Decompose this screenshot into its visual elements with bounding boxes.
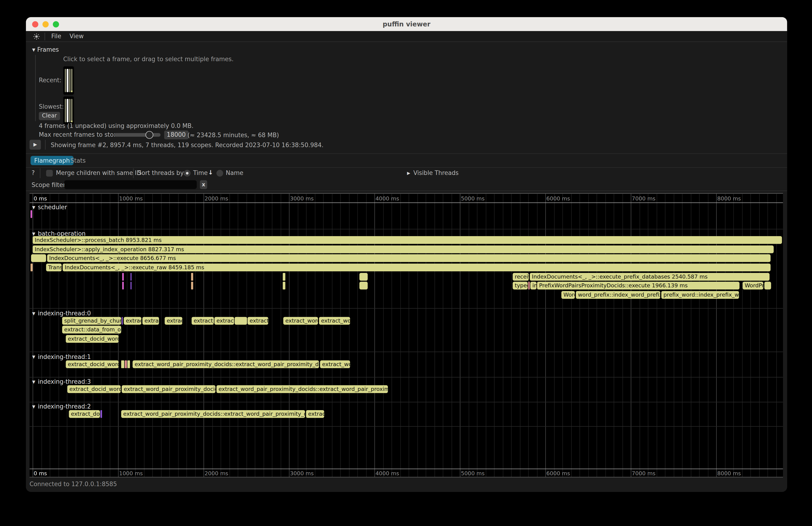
minimize-window-icon[interactable] — [42, 21, 49, 27]
scope-bar[interactable] — [359, 282, 368, 290]
scope-bar[interactable]: extract_word_pair_proximity_docids::extr… — [121, 410, 305, 418]
scope-bar[interactable] — [31, 263, 33, 271]
scope-bar[interactable]: word_prefix::index_word_prefix_ — [576, 291, 660, 299]
scope-bar[interactable]: extract_ — [192, 317, 214, 325]
flamegraph-canvas[interactable]: 0 ms0 ms1000 ms1000 ms2000 ms2000 ms3000… — [29, 193, 783, 478]
scope-bar[interactable]: extract_word_pair_proximity_docids::extr… — [133, 360, 319, 368]
scope-bar[interactable] — [234, 317, 247, 325]
scope-bar[interactable]: extrac — [165, 317, 183, 325]
scope-bar[interactable] — [764, 282, 771, 290]
sun-icon — [33, 33, 40, 40]
scope-bar[interactable]: extract — [124, 317, 141, 325]
scope-bar[interactable]: WordPr — [743, 282, 763, 290]
tab-stats[interactable]: Stats — [70, 157, 86, 164]
scope-bar[interactable]: extrac — [306, 410, 324, 418]
visible-threads-header[interactable]: ▶Visible Threads — [407, 170, 459, 177]
scope-bar[interactable]: extract::data_from_ob — [62, 326, 121, 334]
scope-bar[interactable]: IndexDocuments<_, _>::execute_prefix_dat… — [530, 273, 770, 281]
scope-bar[interactable] — [283, 282, 285, 290]
scope-bar[interactable] — [125, 360, 127, 368]
scope-bar[interactable] — [121, 360, 124, 368]
recent-frames-thumbnail[interactable] — [63, 66, 74, 95]
frame-bar-selected[interactable] — [67, 99, 68, 122]
frame-bar[interactable] — [69, 99, 70, 122]
scope-bar[interactable]: extract_ — [214, 317, 234, 325]
slowest-frames-thumbnail[interactable] — [63, 97, 74, 125]
scope-bar[interactable] — [122, 273, 124, 281]
clear-filter-button[interactable]: x — [200, 180, 207, 189]
scope-bar[interactable] — [130, 282, 131, 290]
scope-bar[interactable]: extract_word_pair_proximity_docids::extr… — [216, 385, 388, 393]
scope-bar[interactable]: extract_wo — [319, 317, 350, 325]
frame-bar[interactable] — [69, 69, 70, 92]
scope-bar[interactable]: receive_typed_ — [512, 273, 528, 281]
scope-bar[interactable] — [128, 360, 130, 368]
thread-section-header[interactable]: ▼batch-operation — [32, 230, 86, 237]
scope-bar[interactable] — [101, 410, 102, 418]
scope-bar[interactable]: typed_chunk::w — [512, 282, 528, 290]
scope-bar[interactable]: IndexDocuments<_, _>::execute 8656.677 m… — [47, 254, 770, 262]
time-tick-label: 0 ms — [33, 195, 47, 201]
scope-bar[interactable]: extract_wo — [320, 360, 350, 368]
frame-bar[interactable] — [65, 69, 66, 92]
scope-bar[interactable]: IndexScheduler>::apply_index_operation 8… — [33, 245, 774, 253]
thread-section-header[interactable]: ▼indexing-thread:1 — [32, 353, 91, 360]
scope-bar[interactable]: Trans — [46, 263, 62, 271]
scope-bar[interactable] — [130, 273, 131, 281]
merge-children-checkbox[interactable] — [46, 170, 53, 177]
tab-flamegraph[interactable]: Flamegraph — [31, 156, 73, 165]
frame-bar[interactable] — [65, 99, 66, 122]
scope-bar[interactable]: extra — [143, 317, 159, 325]
scope-bar[interactable] — [283, 273, 285, 281]
menu-file[interactable]: File — [47, 33, 66, 40]
frames-section-header[interactable]: ▼ Frames — [32, 46, 59, 53]
play-button[interactable]: ▶ — [29, 140, 41, 149]
help-button[interactable]: ? — [31, 170, 35, 177]
sort-by-time-radio[interactable] — [184, 170, 190, 177]
scope-bar[interactable] — [31, 254, 46, 262]
sort-time-label[interactable]: Time — [193, 170, 208, 177]
frame-bar[interactable] — [71, 69, 73, 92]
scope-bar[interactable]: extract_docid_word — [68, 385, 121, 393]
max-frames-slider[interactable] — [114, 133, 161, 137]
thread-section-header[interactable]: ▼scheduler — [32, 203, 67, 210]
scope-bar[interactable] — [31, 210, 32, 218]
scope-bar[interactable] — [122, 282, 124, 290]
scope-bar[interactable]: extract_docid_word — [66, 360, 119, 368]
scope-bar[interactable]: extract_doc — [69, 410, 100, 418]
close-window-icon[interactable] — [32, 21, 39, 27]
sort-name-label[interactable]: Name — [226, 170, 243, 177]
scope-bar[interactable] — [191, 282, 193, 290]
scope-bar[interactable] — [359, 273, 368, 281]
max-frames-value[interactable]: 18000 — [164, 130, 188, 139]
thread-section-header[interactable]: ▼indexing-thread:0 — [32, 310, 91, 317]
thread-section-header[interactable]: ▼indexing-thread:3 — [32, 378, 91, 385]
theme-toggle-button[interactable] — [26, 33, 44, 40]
max-frames-note: (≈ 23428.5 minutes, ≈ 68 MB) — [187, 132, 279, 139]
scope-bar[interactable]: index — [530, 282, 536, 290]
frame-bar-selected[interactable] — [67, 69, 68, 92]
scope-bar[interactable]: Word — [561, 291, 575, 299]
scope-filter-row: Scope filter: x — [26, 179, 787, 190]
scope-bar[interactable]: prefix_word::index_prefix_wo — [662, 291, 739, 299]
scope-bar[interactable]: IndexScheduler>::process_batch 8953.821 … — [33, 236, 782, 244]
scope-bar[interactable]: extract_word — [283, 317, 318, 325]
thread-section-header[interactable]: ▼indexing-thread:2 — [32, 403, 91, 410]
menu-view[interactable]: View — [66, 33, 88, 40]
scope-bar[interactable]: split_grenad_by_chun — [62, 317, 121, 325]
scope-bar[interactable]: extract_docid_word — [66, 335, 119, 343]
scope-bar[interactable] — [191, 273, 193, 281]
slider-knob[interactable] — [146, 131, 154, 138]
scope-bar[interactable] — [122, 317, 122, 325]
scope-bar[interactable]: extract_word_pair_proximity_docids — [122, 385, 215, 393]
sort-descending-icon[interactable]: ↓ — [208, 169, 213, 176]
scope-bar[interactable]: IndexDocuments<_, _>::execute_raw 8459.1… — [62, 263, 770, 271]
maximize-window-icon[interactable] — [53, 21, 59, 27]
scope-filter-input[interactable] — [64, 180, 197, 189]
frame-bar[interactable] — [71, 99, 73, 122]
scope-bar[interactable]: PrefixWordPairsProximityDocids::execute … — [537, 282, 739, 290]
scope-bar[interactable]: extract — [247, 317, 268, 325]
clear-button[interactable]: Clear — [39, 112, 60, 120]
scope-bar[interactable] — [528, 282, 530, 290]
sort-by-name-radio[interactable] — [216, 170, 223, 177]
